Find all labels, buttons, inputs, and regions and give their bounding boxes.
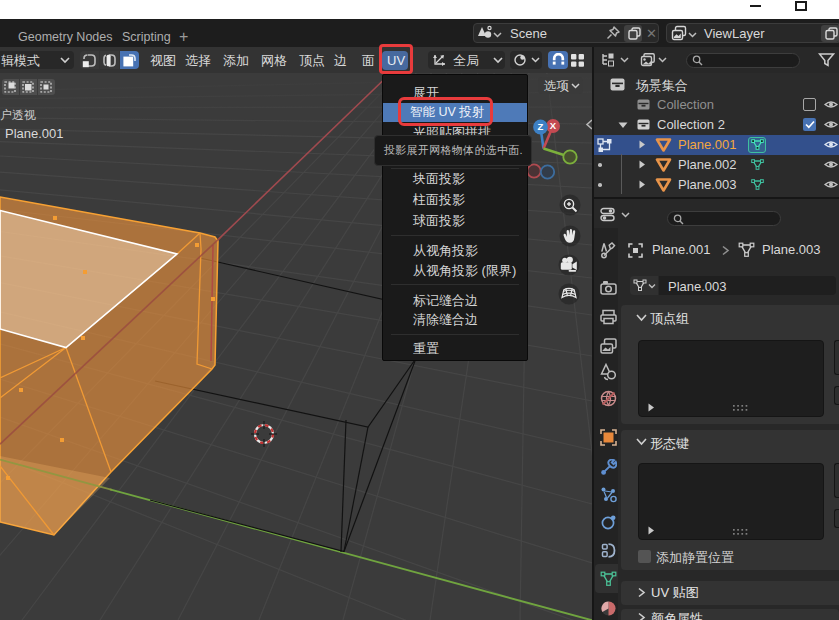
svg-text:Z: Z xyxy=(538,121,544,132)
svg-text:X: X xyxy=(550,120,557,131)
